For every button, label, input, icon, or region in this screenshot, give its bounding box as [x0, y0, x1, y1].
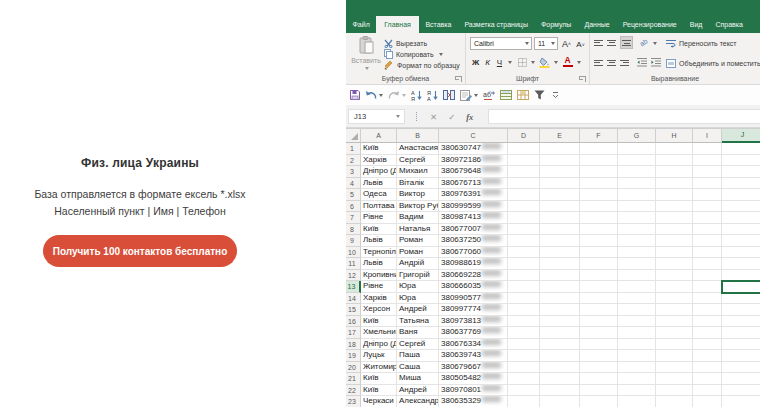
cell-G22[interactable] — [618, 385, 656, 397]
spelling-button[interactable]: аб — [483, 90, 495, 100]
cell-A6[interactable]: Полтава — [361, 201, 397, 213]
align-top-button[interactable] — [594, 38, 603, 46]
cell-G5[interactable] — [618, 189, 656, 201]
get-contacts-button[interactable]: Получить 100 контактов бесплатно — [43, 235, 238, 267]
cell-E11[interactable] — [540, 258, 580, 270]
cell-B17[interactable]: Ваня — [397, 327, 439, 339]
cell-F3[interactable] — [580, 166, 618, 178]
cell-A17[interactable]: Хмельницький — [361, 327, 397, 339]
cell-B7[interactable]: Вадим — [397, 212, 439, 224]
cell-C12[interactable]: 380669228 — [439, 270, 508, 282]
cell-D10[interactable] — [508, 247, 540, 259]
cell-J2[interactable] — [722, 155, 760, 167]
cell-A4[interactable]: Львів — [361, 178, 397, 190]
font-color-caret-icon[interactable] — [577, 61, 581, 64]
cell-E1[interactable] — [540, 143, 580, 155]
cell-I19[interactable] — [693, 350, 722, 362]
cell-A11[interactable]: Львів — [361, 258, 397, 270]
cell-E2[interactable] — [540, 155, 580, 167]
cell-C16[interactable]: 380973813 — [439, 316, 508, 328]
underline-caret-icon[interactable] — [508, 61, 512, 64]
cell-J3[interactable] — [722, 166, 760, 178]
cell-C4[interactable]: 380676713 — [439, 178, 508, 190]
cell-A9[interactable]: Львів — [361, 235, 397, 247]
cell-E5[interactable] — [540, 189, 580, 201]
cell-H2[interactable] — [656, 155, 693, 167]
ribbon-tab-3[interactable]: Разметка страницы — [458, 16, 535, 33]
cell-I22[interactable] — [693, 385, 722, 397]
cell-J18[interactable] — [722, 339, 760, 351]
cell-I3[interactable] — [693, 166, 722, 178]
cell-C3[interactable]: 380679648 — [439, 166, 508, 178]
row-header-8[interactable]: 8 — [346, 224, 361, 236]
cell-D4[interactable] — [508, 178, 540, 190]
cell-I23[interactable] — [693, 396, 722, 407]
cell-H14[interactable] — [656, 293, 693, 305]
ribbon-tab-7[interactable]: Вид — [683, 16, 709, 33]
cell-A8[interactable]: Київ — [361, 224, 397, 236]
fill-color-caret-icon[interactable] — [554, 61, 558, 64]
cell-I21[interactable] — [693, 373, 722, 385]
cell-C14[interactable]: 380990577 — [439, 293, 508, 305]
align-right-button[interactable] — [620, 58, 629, 66]
cell-H20[interactable] — [656, 362, 693, 374]
cell-B13[interactable]: Юра — [397, 281, 439, 293]
cell-I20[interactable] — [693, 362, 722, 374]
cell-E15[interactable] — [540, 304, 580, 316]
cell-A21[interactable]: Київ — [361, 373, 397, 385]
name-box[interactable]: J13 — [348, 109, 405, 124]
cell-D8[interactable] — [508, 224, 540, 236]
swap-columns-button[interactable] — [443, 90, 455, 100]
cell-D12[interactable] — [508, 270, 540, 282]
cell-G8[interactable] — [618, 224, 656, 236]
column-header-H[interactable]: H — [656, 129, 693, 143]
column-header-E[interactable]: E — [540, 129, 580, 143]
cell-B1[interactable]: Анастасия — [397, 143, 439, 155]
cell-F4[interactable] — [580, 178, 618, 190]
row-header-6[interactable]: 6 — [346, 201, 361, 213]
cell-I1[interactable] — [693, 143, 722, 155]
align-bottom-button[interactable] — [620, 36, 633, 49]
cell-C23[interactable]: 380635329 — [439, 396, 508, 407]
cell-C7[interactable]: 380987413 — [439, 212, 508, 224]
cell-D15[interactable] — [508, 304, 540, 316]
cell-B11[interactable]: Андрій — [397, 258, 439, 270]
cell-F11[interactable] — [580, 258, 618, 270]
borders-button[interactable] — [516, 56, 528, 68]
cell-G20[interactable] — [618, 362, 656, 374]
cell-D11[interactable] — [508, 258, 540, 270]
font-color-button[interactable]: А — [561, 55, 574, 68]
cell-E22[interactable] — [540, 385, 580, 397]
font-size-combo[interactable]: 11 — [534, 37, 558, 50]
cell-C1[interactable]: 380630747 — [439, 143, 508, 155]
row-header-17[interactable]: 17 — [346, 327, 361, 339]
cell-E7[interactable] — [540, 212, 580, 224]
cell-F19[interactable] — [580, 350, 618, 362]
cell-C8[interactable]: 380677007 — [439, 224, 508, 236]
cell-G6[interactable] — [618, 201, 656, 213]
cell-H9[interactable] — [656, 235, 693, 247]
cell-B10[interactable]: Роман — [397, 247, 439, 259]
cell-J4[interactable] — [722, 178, 760, 190]
cell-B4[interactable]: Віталік — [397, 178, 439, 190]
orientation-caret-icon[interactable] — [653, 42, 657, 45]
cell-A23[interactable]: Черкаси — [361, 396, 397, 407]
row-header-2[interactable]: 2 — [346, 155, 361, 167]
ribbon-tab-8[interactable]: Справка — [709, 16, 749, 33]
borders-caret-icon[interactable] — [531, 61, 535, 64]
sort-descending-button[interactable]: Я А — [427, 90, 438, 101]
row-header-14[interactable]: 14 — [346, 293, 361, 305]
cell-G23[interactable] — [618, 396, 656, 407]
cell-H8[interactable] — [656, 224, 693, 236]
cell-H10[interactable] — [656, 247, 693, 259]
cell-B14[interactable]: Юра — [397, 293, 439, 305]
cell-D6[interactable] — [508, 201, 540, 213]
row-header-22[interactable]: 22 — [346, 385, 361, 397]
wrap-text-button[interactable]: Переносить текст — [666, 38, 737, 48]
cell-G16[interactable] — [618, 316, 656, 328]
filter-button[interactable] — [534, 90, 545, 100]
cell-I9[interactable] — [693, 235, 722, 247]
row-header-3[interactable]: 3 — [346, 166, 361, 178]
cell-G9[interactable] — [618, 235, 656, 247]
cell-A3[interactable]: Дніпро (Дн — [361, 166, 397, 178]
